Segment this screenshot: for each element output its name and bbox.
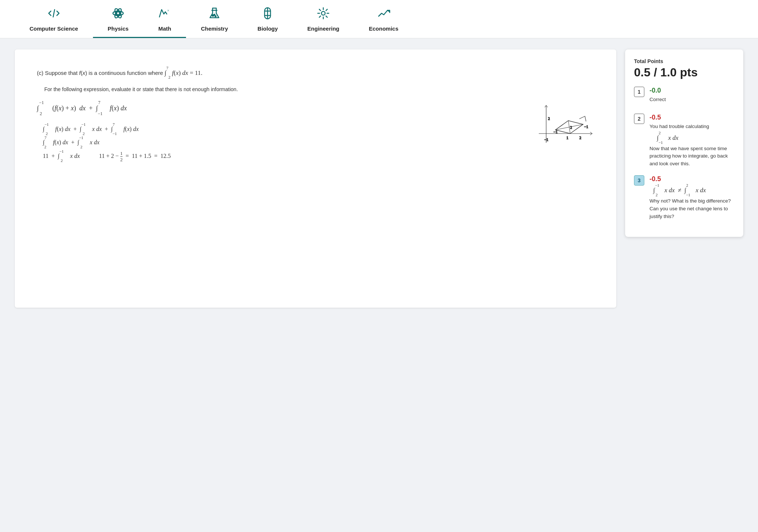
nav-label-computer-science: Computer Science	[30, 25, 78, 37]
work-line-3: 11 + ∫−12 x dx 11 + 2 − 12 = 11 + 1.5 = …	[43, 151, 513, 162]
navigation-bar: Computer Science Physics × Math	[0, 0, 758, 38]
svg-text:×: ×	[167, 8, 169, 13]
graph-sketch: −1 1 2 2 2 −1 −1	[535, 102, 594, 150]
svg-text:−1: −1	[584, 125, 588, 129]
main-content: (c) Suppose that f(x) is a continuous fu…	[0, 38, 758, 319]
svg-text:1: 1	[566, 136, 568, 140]
svg-line-0	[53, 10, 55, 17]
engineering-icon	[317, 7, 330, 22]
rubric-desc-2: You had trouble calculating	[650, 123, 734, 130]
nav-label-math: Math	[158, 25, 171, 37]
svg-text:2: 2	[579, 136, 581, 140]
total-points-value: 0.5 / 1.0 pts	[634, 66, 734, 79]
chemistry-icon	[208, 7, 221, 22]
nav-label-engineering: Engineering	[307, 25, 340, 37]
nav-items-container: Computer Science Physics × Math	[15, 0, 743, 38]
rubric-note-3: Why not? What is the big difference? Can…	[650, 197, 734, 221]
nav-label-physics: Physics	[108, 25, 129, 37]
nav-item-computer-science[interactable]: Computer Science	[15, 0, 93, 38]
nav-label-biology: Biology	[258, 25, 278, 37]
physics-icon	[111, 7, 125, 22]
rubric-score-3: -0.5	[650, 175, 734, 183]
math-icon: ×	[158, 7, 171, 22]
main-expression: ∫−12 (f(x) + x) dx + ∫7−1 f(x) dx	[37, 102, 513, 115]
svg-text:2: 2	[570, 125, 572, 129]
rubric-content-1: -0.0 Correct	[650, 87, 734, 106]
svg-text:−1: −1	[554, 130, 558, 134]
total-points-label: Total Points	[634, 58, 734, 64]
nav-label-chemistry: Chemistry	[201, 25, 228, 37]
rubric-note-2: Now that we have spent some time practic…	[650, 145, 734, 168]
part-label: (c)	[37, 70, 44, 76]
nav-item-math[interactable]: × Math	[143, 0, 186, 38]
rubric-math-2: ∫2−1 x dx	[657, 134, 734, 142]
rubric-item-1: 1 -0.0 Correct	[634, 87, 734, 106]
svg-text:2: 2	[548, 117, 550, 121]
rubric-number-1: 1	[634, 87, 644, 97]
rubric-item-2: 2 -0.5 You had trouble calculating ∫2−1 …	[634, 114, 734, 168]
svg-point-8	[215, 16, 216, 17]
economics-icon	[377, 7, 390, 22]
nav-item-economics[interactable]: Economics	[354, 0, 413, 38]
rubric-score-2: -0.5	[650, 114, 734, 121]
math-sketch-area: ∫−12 (f(x) + x) dx + ∫7−1 f(x) dx ∫−12 f…	[37, 102, 594, 165]
rubric-content-2: -0.5 You had trouble calculating ∫2−1 x …	[650, 114, 734, 168]
problem-paper: (c) Suppose that f(x) is a continuous fu…	[15, 49, 616, 308]
sidebar-panel: Total Points 0.5 / 1.0 pts 1 -0.0 Correc…	[625, 49, 743, 237]
math-expressions: ∫−12 (f(x) + x) dx + ∫7−1 f(x) dx ∫−12 f…	[37, 102, 513, 165]
svg-text:−1: −1	[544, 138, 548, 142]
biology-icon	[261, 7, 274, 22]
rubric-content-3: -0.5 ∫−12 x dx ≠ ∫2−1 x dx Why not? What…	[650, 175, 734, 221]
nav-label-economics: Economics	[369, 25, 398, 37]
svg-point-1	[117, 12, 120, 15]
problem-instruction: For the following expression, evaluate i…	[44, 85, 594, 93]
rubric-math-3: ∫−12 x dx ≠ ∫2−1 x dx	[653, 186, 734, 194]
rubric-item-3: 3 -0.5 ∫−12 x dx ≠ ∫2−1 x dx Why not? Wh…	[634, 175, 734, 221]
computer-science-icon	[47, 7, 61, 22]
rubric-desc-1: Correct	[650, 96, 734, 103]
svg-point-9	[214, 14, 215, 15]
nav-item-engineering[interactable]: Engineering	[293, 0, 354, 38]
nav-item-biology[interactable]: Biology	[243, 0, 293, 38]
rubric-score-1: -0.0	[650, 87, 734, 94]
rubric-number-2: 2	[634, 114, 644, 124]
svg-point-14	[321, 11, 325, 15]
nav-item-chemistry[interactable]: Chemistry	[186, 0, 242, 38]
problem-statement: (c) Suppose that f(x) is a continuous fu…	[37, 68, 594, 79]
work-line-2: ∫72 f(x) dx + ∫−12 x dx	[43, 137, 513, 148]
work-line-1: ∫−12 f(x) dx + ∫−12 x dx + ∫7−1 f(x) dx	[43, 124, 513, 135]
rubric-number-3: 3	[634, 175, 644, 186]
nav-item-physics[interactable]: Physics	[93, 0, 144, 38]
